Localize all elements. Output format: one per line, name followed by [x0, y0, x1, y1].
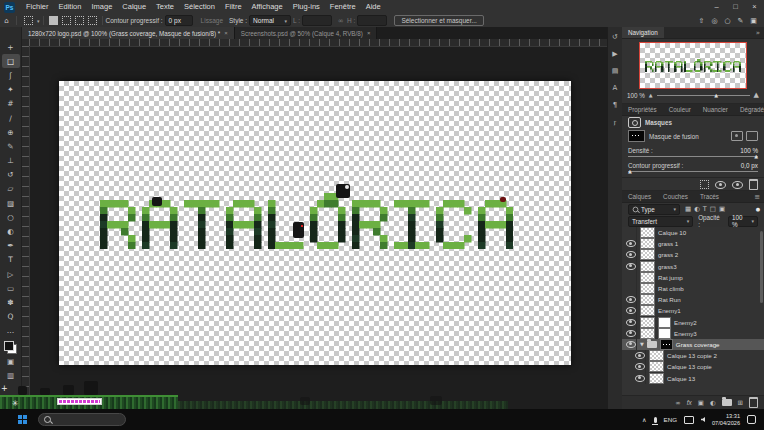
layer-thumbnail[interactable]: [640, 272, 655, 283]
document-tab[interactable]: 1280x720 logo.psd @ 100% (Grass coverage…: [22, 27, 235, 39]
menu-item[interactable]: Edition: [54, 0, 87, 14]
layer-row[interactable]: ▼ Calque 13 copie 2: [622, 350, 764, 361]
menu-item[interactable]: Fichier: [21, 0, 54, 14]
crop-tool[interactable]: #: [2, 97, 20, 111]
canvas-artboard[interactable]: [59, 81, 571, 365]
layer-thumbnail[interactable]: [649, 350, 664, 361]
menu-item[interactable]: Affichage: [247, 0, 288, 14]
opacity-input[interactable]: 100 %▾: [728, 216, 758, 227]
subtract-selection-icon[interactable]: [75, 16, 84, 25]
filter-adjustment-layers-icon[interactable]: ◐: [694, 205, 700, 213]
quick-mask-icon[interactable]: ▣: [2, 354, 20, 368]
healing-brush-tool[interactable]: ⊕: [2, 125, 20, 139]
eyedropper-tool[interactable]: ∕: [2, 111, 20, 125]
layers-panel-tab[interactable]: Tracés: [694, 191, 725, 202]
menu-item[interactable]: Filtre: [220, 0, 247, 14]
layer-effects-icon[interactable]: fx: [687, 399, 692, 406]
language-indicator[interactable]: ENG: [664, 416, 677, 423]
eraser-tool[interactable]: ▱: [2, 182, 20, 196]
layer-name[interactable]: grass3: [658, 263, 677, 270]
vector-mask-icon[interactable]: [746, 131, 758, 141]
zoom-out-mountain-icon[interactable]: ▲: [649, 92, 653, 98]
layer-thumbnail[interactable]: [640, 227, 655, 238]
menu-item[interactable]: Texte: [151, 0, 179, 14]
search-icon[interactable]: ○: [721, 17, 734, 25]
filter-type-layers-icon[interactable]: T: [703, 205, 707, 213]
style-select[interactable]: Normal▾: [249, 15, 291, 26]
layers-panel-tab[interactable]: Calques: [622, 191, 657, 202]
properties-tab[interactable]: Couleur: [663, 104, 697, 115]
maximize-icon[interactable]: □: [726, 0, 745, 14]
shape-tool[interactable]: ▭: [2, 281, 20, 295]
display-icon[interactable]: [684, 416, 694, 424]
layer-visibility-toggle[interactable]: [634, 372, 646, 383]
layer-row[interactable]: ▼ Grass coverage: [622, 339, 764, 350]
blend-mode-select[interactable]: Transfert▾: [628, 216, 693, 227]
foreground-color-swatch[interactable]: [4, 341, 14, 351]
layer-name[interactable]: Enemy2: [674, 319, 697, 326]
layer-thumbnail[interactable]: [649, 361, 664, 372]
layer-visibility-toggle[interactable]: [625, 317, 637, 328]
layer-mask-thumbnail[interactable]: [660, 339, 673, 350]
actions-panel-icon[interactable]: ▶: [612, 50, 617, 58]
layer-mask-thumbnail[interactable]: [628, 130, 645, 142]
menu-item[interactable]: Plug-ins: [288, 0, 325, 14]
navigator-zoom-value[interactable]: 100 %: [627, 92, 645, 99]
select-mask-icon[interactable]: [731, 131, 743, 141]
layer-row[interactable]: ▼ Calque 13: [622, 372, 764, 383]
navigator-proxy-view[interactable]: [639, 42, 747, 89]
menu-item[interactable]: Calque: [117, 0, 151, 14]
close-icon[interactable]: ×: [745, 0, 764, 14]
edit-toolbar-icon[interactable]: …: [2, 324, 20, 338]
layer-visibility-toggle[interactable]: [625, 238, 637, 249]
quick-selection-tool[interactable]: ✦: [2, 83, 20, 97]
layer-row[interactable]: ▼ grass 1: [622, 238, 764, 249]
brush-tool[interactable]: ✎: [2, 139, 20, 153]
libraries-panel-icon[interactable]: ▤: [612, 67, 619, 75]
layer-visibility-toggle[interactable]: [634, 361, 646, 372]
tab-navigator[interactable]: Navigation: [622, 27, 664, 38]
menu-item[interactable]: Aide: [361, 0, 386, 14]
layer-thumbnail[interactable]: [640, 294, 655, 305]
properties-tab[interactable]: Propriétés: [622, 104, 663, 115]
blur-tool[interactable]: ○: [2, 210, 20, 224]
gradient-tool[interactable]: ▨: [2, 196, 20, 210]
menu-item[interactable]: Image: [86, 0, 117, 14]
layer-visibility-toggle[interactable]: [625, 283, 637, 294]
feather-value[interactable]: 0,0 px: [741, 162, 758, 169]
notifications-bell-icon[interactable]: ◎: [708, 17, 721, 25]
layer-visibility-toggle[interactable]: [625, 328, 637, 339]
notification-center-icon[interactable]: [747, 415, 756, 424]
layer-name[interactable]: Rat Run: [658, 296, 681, 303]
menu-item[interactable]: Fenêtre: [325, 0, 361, 14]
zoom-tool[interactable]: Q: [2, 310, 20, 324]
character-panel-icon[interactable]: A: [613, 84, 618, 92]
layer-visibility-toggle[interactable]: [625, 305, 637, 316]
height-input[interactable]: [357, 15, 387, 26]
tool-preset-chevron-icon[interactable]: ▾: [37, 18, 40, 24]
zoom-in-mountain-icon[interactable]: ▲: [754, 91, 759, 99]
load-mask-selection-icon[interactable]: [700, 180, 709, 189]
speaker-icon[interactable]: [701, 417, 705, 422]
link-dimensions-icon[interactable]: ∞: [334, 17, 347, 25]
add-selection-icon[interactable]: [62, 16, 71, 25]
intersect-selection-icon[interactable]: [88, 16, 97, 25]
layer-mask-thumbnail[interactable]: [658, 317, 671, 328]
layer-row[interactable]: ▼ Rat Run: [622, 294, 764, 305]
filter-shape-layers-icon[interactable]: □: [710, 205, 716, 213]
marquee-tool-icon[interactable]: [24, 16, 33, 25]
layer-visibility-toggle[interactable]: [625, 227, 637, 238]
new-layer-icon[interactable]: ⊞: [738, 399, 743, 407]
add-mask-icon[interactable]: ▣: [698, 399, 704, 407]
share-icon[interactable]: ⇧: [695, 17, 708, 25]
link-layers-icon[interactable]: ∞: [675, 399, 680, 407]
layer-name[interactable]: grass 1: [658, 240, 678, 247]
layer-name[interactable]: Calque 13 copie: [667, 363, 712, 370]
navigator-zoom-slider[interactable]: ▲: [657, 95, 750, 96]
feather-input[interactable]: 0 px: [165, 15, 193, 26]
hand-tool[interactable]: ✽: [2, 295, 20, 309]
layer-name[interactable]: Calque 13: [667, 375, 695, 382]
collapse-panels-icon[interactable]: »: [752, 27, 764, 38]
home-icon[interactable]: ⌂: [0, 17, 13, 25]
close-tab-icon[interactable]: ×: [224, 30, 228, 36]
